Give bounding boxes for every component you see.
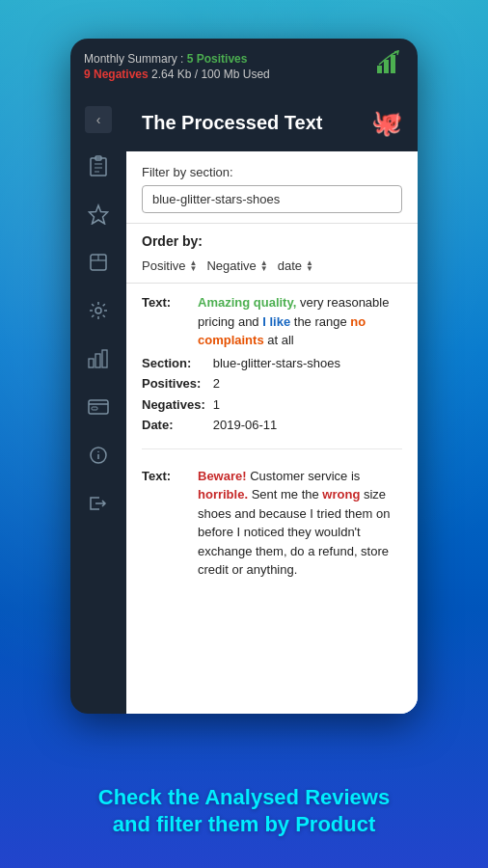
storage-label: 2.64 Kb / 100 Mb Used: [151, 68, 270, 81]
results-section: Text: Amazing quality, very reasonable p…: [126, 283, 418, 714]
summary-left: Monthly Summary : 5 Positives 9 Negative…: [84, 52, 270, 81]
review-text-label-2: Text:: [142, 467, 192, 580]
date-value: 2019-06-11: [213, 416, 402, 435]
info-icon[interactable]: [83, 440, 114, 471]
positives-label: Positives:: [142, 374, 205, 393]
highlight-beware: Beware!: [198, 469, 247, 483]
negatives-label: Negatives:: [142, 395, 205, 415]
highlight-horrible: horrible.: [198, 487, 248, 502]
phone-frame: Monthly Summary : 5 Positives 9 Negative…: [70, 39, 418, 714]
review-card: Text: Amazing quality, very reasonable p…: [142, 293, 402, 449]
review-meta-1: Section: blue-glitter-stars-shoes Positi…: [142, 354, 402, 435]
positives-value: 2: [213, 374, 402, 393]
chart-trend-icon: [373, 48, 404, 85]
date-sort-arrows: ▲▼: [306, 260, 313, 271]
review-text-content: Amazing quality, very reasonable pricing…: [198, 293, 402, 350]
sidebar-collapse-button[interactable]: ‹: [85, 106, 112, 133]
svg-point-21: [97, 451, 99, 453]
order-positive-label: Positive: [142, 258, 186, 273]
summary-row2: 9 Negatives 2.64 Kb / 100 Mb Used: [84, 68, 270, 81]
bottom-text-area: Check the Analysed Reviews and filter th…: [0, 784, 488, 839]
review-text-content-2: Beware! Customer service is horrible. Se…: [198, 467, 402, 580]
page-title: The Processed Text: [142, 112, 322, 134]
text2-normal-1: Customer service is: [250, 469, 360, 483]
settings-icon[interactable]: [83, 295, 114, 326]
bottom-line2: and filter them by Product: [29, 811, 459, 839]
section-label: Section:: [142, 354, 205, 373]
date-label: Date:: [142, 416, 205, 435]
content-panel: The Processed Text 🐙 Filter by section: …: [126, 95, 418, 714]
review-text-label: Text:: [142, 293, 192, 350]
logout-icon[interactable]: [83, 488, 114, 519]
svg-rect-1: [384, 60, 389, 73]
filter-section: Filter by section:: [126, 151, 418, 223]
svg-marker-8: [90, 205, 108, 224]
bottom-line1: Check the Analysed Reviews: [29, 784, 459, 812]
order-date-btn[interactable]: date ▲▼: [278, 257, 313, 275]
svg-rect-18: [92, 407, 97, 410]
positive-sort-arrows: ▲▼: [190, 260, 198, 271]
card-icon[interactable]: [83, 392, 114, 422]
order-negative-label: Negative: [206, 258, 256, 273]
monthly-summary-label: Monthly Summary :: [84, 52, 183, 66]
negatives-value: 1: [213, 395, 402, 415]
clipboard-icon[interactable]: [83, 150, 114, 181]
order-buttons: Positive ▲▼ Negative ▲▼ date ▲▼: [142, 257, 402, 275]
summary-bar: Monthly Summary : 5 Positives 9 Negative…: [70, 39, 418, 95]
svg-rect-2: [391, 55, 395, 73]
svg-rect-14: [95, 354, 100, 367]
highlight-i-like: I like: [262, 314, 290, 329]
highlight-wrong: wrong: [322, 487, 360, 502]
filter-input[interactable]: [142, 185, 402, 213]
order-negative-btn[interactable]: Negative ▲▼: [206, 257, 267, 275]
octopus-mascot: 🐙: [371, 108, 402, 138]
summary-row1: Monthly Summary : 5 Positives: [84, 52, 270, 66]
svg-rect-15: [102, 350, 107, 367]
svg-rect-13: [89, 359, 94, 367]
content-header: The Processed Text 🐙: [126, 95, 418, 151]
box-icon[interactable]: [83, 247, 114, 278]
section-value: blue-glitter-stars-shoes: [213, 354, 402, 373]
negative-sort-arrows: ▲▼: [260, 260, 268, 271]
review-text-row: Text: Amazing quality, very reasonable p…: [142, 293, 402, 350]
order-label: Order by:: [142, 233, 402, 249]
positives-count: 5 Positives: [187, 52, 248, 66]
svg-point-12: [95, 308, 101, 313]
order-section: Order by: Positive ▲▼ Negative ▲▼ date ▲…: [126, 223, 418, 283]
order-date-label: date: [278, 258, 302, 273]
star-icon[interactable]: [83, 199, 114, 230]
filter-label: Filter by section:: [142, 165, 402, 179]
text-normal-3: at all: [267, 333, 293, 347]
highlight-amazing-quality: Amazing quality,: [198, 295, 296, 310]
order-positive-btn[interactable]: Positive ▲▼: [142, 257, 197, 275]
review-card-2: Text: Beware! Customer service is horrib…: [142, 467, 402, 597]
negatives-count: 9 Negatives: [84, 68, 149, 81]
main-area: ‹: [70, 95, 418, 714]
barchart-icon[interactable]: [83, 343, 114, 374]
text2-normal-2: Sent me the: [252, 487, 323, 502]
sidebar: ‹: [70, 95, 126, 714]
svg-rect-0: [377, 66, 382, 73]
text-normal-2: the range: [294, 314, 351, 329]
review-text-row-2: Text: Beware! Customer service is horrib…: [142, 467, 402, 580]
